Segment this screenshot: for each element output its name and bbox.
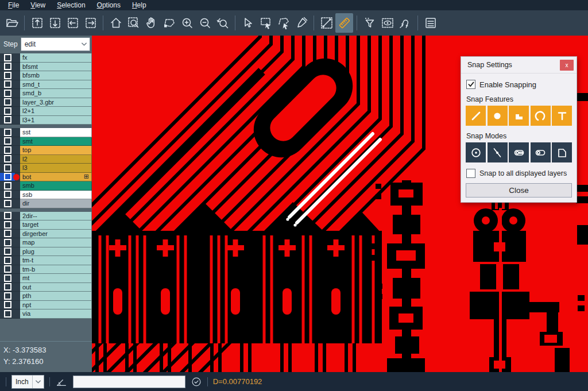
layer-visibility-checkbox[interactable] [0,274,15,283]
layer-row[interactable]: plug ⊞ [0,247,92,257]
layer-visibility-checkbox[interactable] [0,116,15,125]
measure-ruler-button[interactable] [335,13,353,33]
layer-row[interactable]: sst ⊞ [0,128,92,137]
layer-row[interactable]: tm-b ⊞ [0,265,92,274]
layer-visibility-checkbox[interactable] [0,98,15,107]
unit-select[interactable]: Inch [11,375,44,389]
layer-row[interactable]: dirgerber ⊞ [0,230,92,239]
view-options-button[interactable] [378,13,396,33]
dialog-titlebar[interactable]: Snap Settings x [461,57,577,73]
layer-row[interactable]: mt ⊞ [0,274,92,283]
angle-mode-button[interactable] [55,375,68,388]
snap-feature-surface-button[interactable] [509,106,529,126]
zoom-out-button[interactable] [196,13,214,33]
layer-visibility-checkbox[interactable] [0,63,15,72]
layer-visibility-checkbox[interactable] [0,212,15,221]
layer-row[interactable]: smd_t ⊞ [0,80,92,90]
layer-row[interactable]: bfsmt ⊞ [0,63,92,72]
snap-mode-center-button[interactable] [466,142,486,162]
layer-visibility-checkbox[interactable] [0,199,15,208]
all-layers-checkbox[interactable] [466,169,475,178]
layer-row[interactable]: smb ⊞ [0,181,92,191]
layer-row[interactable]: out ⊞ [0,283,92,292]
zoom-window-button[interactable] [125,13,142,33]
layer-visibility-checkbox[interactable] [0,181,15,191]
layer-row[interactable]: l2+1 ⊞ [0,107,92,116]
layer-visibility-checkbox[interactable] [0,301,15,310]
layer-row[interactable]: l3 ⊞ [0,164,92,173]
layer-visibility-checkbox[interactable] [0,107,15,116]
filter-button[interactable] [361,13,378,33]
snap-mode-slot-outline-button[interactable] [531,142,551,162]
zoom-area-button[interactable] [160,13,178,33]
zoom-previous-button[interactable] [214,13,231,33]
menu-options[interactable]: Options [91,1,126,10]
open-button[interactable] [3,13,21,33]
close-button[interactable]: Close [466,183,572,198]
menu-view[interactable]: View [25,1,51,10]
layer-visibility-checkbox[interactable] [0,80,15,90]
layer-visibility-checkbox[interactable] [0,164,15,173]
layer-visibility-checkbox[interactable] [0,137,15,146]
pan-down-button[interactable] [46,13,64,33]
layer-row[interactable]: ssb ⊞ [0,191,92,200]
clean-brush-button[interactable] [292,13,310,33]
layer-visibility-checkbox[interactable] [0,146,15,155]
snap-mode-midpoint-button[interactable] [488,142,508,162]
menu-file[interactable]: File [2,1,25,10]
layer-row[interactable]: via ⊞ [0,309,92,319]
snap-feature-arc-button[interactable] [531,106,551,126]
select-polygon-button[interactable] [274,13,292,33]
layer-visibility-checkbox[interactable] [0,53,15,63]
snap-mode-contour-button[interactable] [552,142,572,162]
pan-hand-button[interactable] [142,13,160,33]
snap-mode-slot-filled-button[interactable] [509,142,529,162]
zoom-home-button[interactable] [107,13,125,33]
layer-row[interactable]: top ⊞ [0,146,92,155]
apply-button[interactable] [191,376,202,388]
layer-row[interactable]: l3+1 ⊞ [0,116,92,125]
layer-row[interactable]: 2dir-- ⊞ [0,212,92,221]
layer-row[interactable]: smd_b ⊞ [0,89,92,98]
layer-visibility-checkbox[interactable] [0,309,15,319]
layer-row[interactable]: tm-t ⊞ [0,256,92,265]
layer-visibility-checkbox[interactable] [0,238,15,247]
layer-visibility-checkbox[interactable] [0,220,15,230]
layer-row[interactable]: bot ⊞ [0,173,92,182]
layer-visibility-checkbox[interactable] [0,128,15,137]
layer-visibility-checkbox[interactable] [0,256,15,265]
layer-row[interactable]: smt ⊞ [0,137,92,146]
layer-visibility-checkbox[interactable] [0,247,15,257]
zoom-in-button[interactable] [178,13,196,33]
enable-snapping-row[interactable]: Enable Snapping [466,80,572,89]
menu-selection[interactable]: Selection [51,1,91,10]
layer-row[interactable]: map ⊞ [0,238,92,247]
layer-visibility-checkbox[interactable] [0,71,15,80]
layer-row[interactable]: fx ⊞ [0,53,92,63]
select-rectangle-button[interactable] [257,13,274,33]
select-arrow-button[interactable] [239,13,257,33]
layer-row[interactable]: layer_3.gbr ⊞ [0,98,92,107]
layer-visibility-checkbox[interactable] [0,191,15,200]
step-select[interactable]: edit [21,37,90,51]
layer-row[interactable]: l2 ⊞ [0,155,92,164]
layer-visibility-checkbox[interactable] [0,230,15,239]
enable-snapping-checkbox[interactable] [466,80,475,89]
pan-right-button[interactable] [82,13,99,33]
layer-row[interactable]: dir ⊞ [0,199,92,208]
dialog-close-button[interactable]: x [560,60,574,71]
layer-visibility-checkbox[interactable] [0,283,15,292]
snap-feature-text-button[interactable] [552,106,572,126]
layer-visibility-checkbox[interactable] [0,265,15,274]
layer-visibility-checkbox[interactable] [0,89,15,98]
command-input[interactable] [73,375,185,388]
layer-row[interactable]: target ⊞ [0,220,92,230]
layer-row[interactable]: bfsmb ⊞ [0,71,92,80]
all-layers-row[interactable]: Snap to all displayed layers [466,169,572,178]
layer-row[interactable]: pth ⊞ [0,292,92,301]
snap-feature-line-button[interactable] [466,106,486,126]
layer-visibility-checkbox[interactable] [0,155,15,164]
menu-help[interactable]: Help [126,1,152,10]
snap-magnet-button[interactable] [396,13,414,33]
measure-line-button[interactable] [318,13,335,33]
